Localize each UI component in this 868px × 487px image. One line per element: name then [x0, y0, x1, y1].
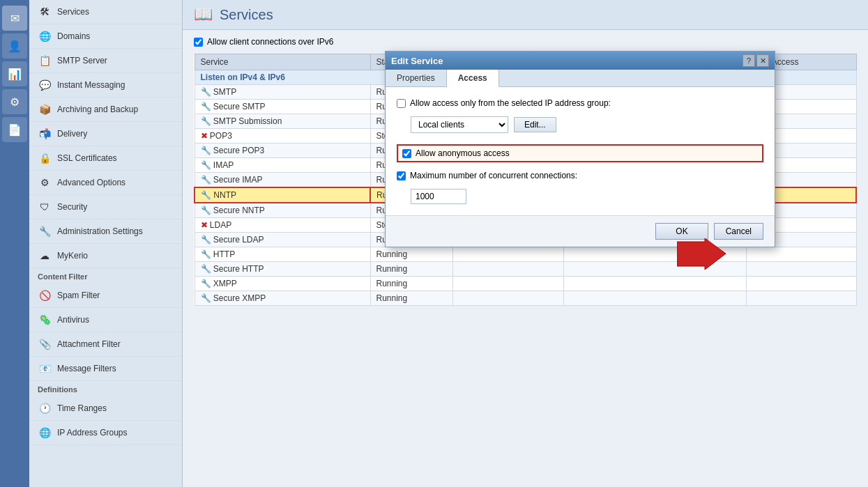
sidebar-label-attachment-filter: Attachment Filter [57, 339, 121, 349]
allow-ip-group-row: Allow access only from the selected IP a… [397, 98, 763, 108]
sidebar-item-smtp-server[interactable]: 📋 SMTP Server [29, 49, 182, 73]
service-startup [452, 262, 564, 277]
max-connections-checkbox[interactable] [397, 171, 406, 180]
allow-anonymous-checkbox[interactable] [402, 149, 411, 158]
sidebar: 🛠 Services 🌐 Domains 📋 SMTP Server 💬 Ins… [29, 0, 183, 487]
service-name: 🔧 Secure LDAP [195, 233, 370, 247]
dialog-help-button[interactable]: ? [743, 54, 755, 67]
ssl-certificates-icon: 🔒 [38, 151, 52, 165]
allow-anonymous-row: Allow anonymous access [397, 144, 763, 162]
time-ranges-icon: 🕐 [38, 401, 52, 415]
dialog-close-button[interactable]: ✕ [756, 54, 769, 67]
sidebar-item-administration-settings[interactable]: 🔧 Administration Settings [29, 219, 182, 244]
dialog-tabs: Properties Access [386, 70, 775, 87]
sidebar-label-antivirus: Antivirus [57, 315, 89, 325]
services-area: Allow client connections over IPv6 Servi… [183, 30, 868, 487]
smtp-server-icon: 📋 [38, 54, 52, 68]
sidebar-label-mykerio: MyKerio [57, 251, 88, 261]
service-name: 🔧 Secure SMTP [195, 100, 370, 114]
service-limit [746, 262, 856, 277]
sidebar-item-advanced-options[interactable]: ⚙ Advanced Options [29, 171, 182, 195]
service-status: Running [370, 277, 452, 291]
sidebar-section-content-filter: Content Filter [29, 268, 182, 284]
sidebar-item-spam-filter[interactable]: 🚫 Spam Filter [29, 284, 182, 308]
max-connections-label: Maximum number of concurrent connections… [410, 171, 577, 180]
service-name: 🔧 SMTP [195, 85, 370, 100]
service-limit [746, 291, 856, 306]
sidebar-label-time-ranges: Time Ranges [57, 403, 107, 413]
sidebar-item-delivery[interactable]: 📬 Delivery [29, 122, 182, 146]
domains-icon: 🌐 [38, 29, 52, 43]
archiving-backup-icon: 📦 [38, 102, 52, 116]
svg-marker-0 [677, 238, 726, 270]
sidebar-item-security[interactable]: 🛡 Security [29, 195, 182, 219]
mykerio-icon: ☁ [38, 249, 52, 263]
sidebar-label-advanced-options: Advanced Options [57, 178, 125, 187]
service-name: ✖ LDAP [195, 218, 370, 233]
edit-ip-group-button[interactable]: Edit... [514, 117, 556, 132]
table-row[interactable]: 🔧 HTTP Running [195, 247, 856, 262]
user-nav-icon[interactable]: 👤 [2, 33, 27, 59]
service-name: 🔧 Secure NNTP [195, 203, 370, 218]
sidebar-label-domains: Domains [57, 31, 90, 41]
service-name: ✖ POP3 [195, 129, 370, 144]
sidebar-item-antivirus[interactable]: 🦠 Antivirus [29, 308, 182, 332]
max-connections-input-row [411, 189, 763, 204]
service-name: 🔧 Secure IMAP [195, 173, 370, 188]
table-row[interactable]: 🔧 Secure HTTP Running [195, 262, 856, 277]
allow-ip-group-label: Allow access only from the selected IP a… [410, 98, 611, 108]
tab-access[interactable]: Access [447, 70, 499, 87]
sidebar-item-archiving-backup[interactable]: 📦 Archiving and Backup [29, 98, 182, 122]
table-row[interactable]: 🔧 Secure XMPP Running [195, 291, 856, 306]
sidebar-label-smtp-server: SMTP Server [57, 56, 107, 65]
sidebar-item-message-filters[interactable]: 📧 Message Filters [29, 357, 182, 381]
service-startup [452, 277, 564, 291]
sidebar-item-ssl-certificates[interactable]: 🔒 SSL Certificates [29, 146, 182, 171]
sidebar-item-attachment-filter[interactable]: 📎 Attachment Filter [29, 332, 182, 357]
sidebar-item-domains[interactable]: 🌐 Domains [29, 24, 182, 49]
sidebar-label-security: Security [57, 202, 87, 212]
allow-anonymous-label: Allow anonymous access [416, 148, 510, 158]
page-title: Services [220, 7, 273, 23]
sidebar-label-ip-address-groups: IP Address Groups [57, 428, 128, 438]
cancel-button[interactable]: Cancel [714, 223, 763, 240]
ipv6-checkbox[interactable] [194, 38, 203, 47]
service-name: 🔧 Secure HTTP [195, 262, 370, 277]
sidebar-item-services[interactable]: 🛠 Services [29, 0, 182, 24]
sidebar-item-ip-address-groups[interactable]: 🌐 IP Address Groups [29, 421, 182, 445]
edit-service-dialog: Edit Service ? ✕ Properties Access Allow… [385, 51, 775, 247]
dialog-footer: OK Cancel [386, 215, 775, 247]
advanced-options-icon: ⚙ [38, 176, 52, 190]
sidebar-label-administration-settings: Administration Settings [57, 226, 143, 236]
sidebar-label-instant-messaging: Instant Messaging [57, 80, 125, 90]
sidebar-label-ssl-certificates: SSL Certificates [57, 153, 117, 163]
ip-group-selector-row: Local clients Edit... [411, 116, 763, 133]
service-status: Running [370, 262, 452, 277]
tab-properties[interactable]: Properties [386, 70, 447, 86]
security-icon: 🛡 [38, 200, 52, 214]
service-name: 🔧 SMTP Submission [195, 114, 370, 129]
sidebar-item-instant-messaging[interactable]: 💬 Instant Messaging [29, 73, 182, 98]
ip-group-dropdown[interactable]: Local clients [411, 116, 508, 133]
dialog-body: Allow access only from the selected IP a… [386, 87, 775, 215]
mail-nav-icon[interactable]: ✉ [2, 6, 27, 31]
sidebar-item-mykerio[interactable]: ☁ MyKerio [29, 244, 182, 268]
table-row[interactable]: 🔧 XMPP Running [195, 277, 856, 291]
sidebar-item-time-ranges[interactable]: 🕐 Time Ranges [29, 396, 182, 421]
page-header: 📖 Services [183, 0, 868, 30]
ok-button[interactable]: OK [655, 223, 708, 240]
chart-nav-icon[interactable]: 📊 [2, 61, 27, 86]
dialog-title-buttons: ? ✕ [743, 54, 769, 67]
gear-nav-icon[interactable]: ⚙ [2, 89, 27, 114]
max-connections-input[interactable] [411, 189, 466, 204]
main-content: 📖 Services Allow client connections over… [183, 0, 868, 487]
service-status: Running [370, 247, 452, 262]
service-status: Running [370, 291, 452, 306]
page-header-icon: 📖 [194, 6, 213, 24]
ip-address-groups-icon: 🌐 [38, 426, 52, 440]
document-nav-icon[interactable]: 📄 [2, 117, 27, 142]
service-limit [746, 277, 856, 291]
service-startup [452, 291, 564, 306]
service-startup [452, 247, 564, 262]
allow-ip-group-checkbox[interactable] [397, 99, 406, 108]
